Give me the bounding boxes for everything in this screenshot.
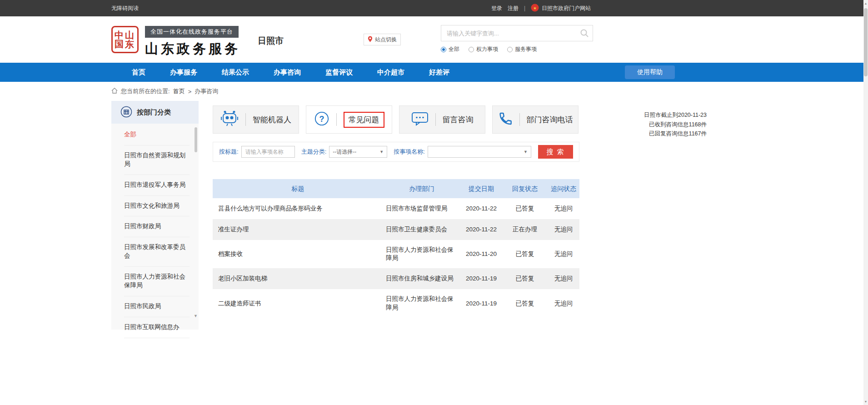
row-department: 日照市市场监督管理局 (383, 199, 460, 219)
seal-text-top: 中国 (115, 30, 125, 49)
col-header-follow-status: 追问状态 (548, 185, 579, 193)
row-date: 2020-11-19 (460, 294, 502, 314)
row-follow-status: 无追问 (548, 269, 579, 289)
scroll-up-icon[interactable]: ▲ (863, 2, 868, 5)
tab-label-smart-robot: 智能机器人 (253, 115, 291, 125)
portal-link[interactable]: ★ 日照市政府门户网站 (531, 4, 591, 13)
row-title-link[interactable]: 老旧小区加装电梯 (213, 269, 383, 289)
phone-icon (498, 111, 513, 128)
portal-label: 日照市政府门户网站 (542, 5, 591, 12)
sidebar-title: 按部门分类 (111, 101, 199, 124)
row-title-link[interactable]: 二级建造师证书 (213, 294, 383, 314)
nav-item-consult[interactable]: 办事咨询 (261, 63, 313, 82)
sidebar-scroll-down-icon[interactable]: ▼ (194, 314, 198, 318)
main-nav: 首页 办事服务 结果公示 办事咨询 监督评议 中介超市 好差评 使用帮助 (0, 63, 868, 82)
scroll-down-icon[interactable]: ▼ (863, 400, 868, 403)
sidebar-scrollbar[interactable]: ▼ (195, 127, 197, 318)
item-name-select[interactable]: ▼ (428, 146, 531, 158)
tab-smart-robot[interactable]: 智能机器人 (213, 105, 299, 134)
site-logo[interactable]: 中国 山东 全国一体化在线政务服务平台 山东政务服务 (111, 26, 240, 58)
page-scrollbar-thumb[interactable] (864, 8, 868, 76)
row-follow-status: 无追问 (548, 199, 579, 219)
site-header: 中国 山东 全国一体化在线政务服务平台 山东政务服务 日照市 站点切换 全部 (0, 16, 868, 63)
radio-selected-icon (441, 47, 446, 52)
accessibility-link[interactable]: 无障碍阅读 (111, 5, 139, 12)
chevron-down-icon: ▼ (524, 150, 528, 154)
login-link[interactable]: 登录 (491, 5, 502, 12)
table-row[interactable]: 档案接收 日照市人力资源和社会保障局 2020-11-20 已答复 无追问 (213, 240, 579, 268)
row-date: 2020-11-20 (460, 244, 502, 264)
table-header-row: 标题 办理部门 提交日期 回复状态 追问状态 (213, 179, 579, 198)
sidebar-item-development-reform[interactable]: 日照市发展和改革委员会 (124, 237, 190, 267)
search-box (441, 25, 593, 41)
sidebar-item-all[interactable]: 全部 (124, 125, 190, 145)
row-follow-status: 无追问 (548, 294, 579, 314)
col-header-reply-status: 回复状态 (502, 185, 548, 193)
help-button[interactable]: 使用帮助 (625, 65, 675, 79)
scope-radio-all[interactable]: 全部 (441, 45, 459, 53)
row-title-link[interactable]: 莒县什么地方可以办理商品条形码业务 (213, 199, 383, 219)
table-row[interactable]: 准生证办理 日照市卫生健康委员会 2020-11-22 正在办理 无追问 (213, 219, 579, 240)
search-button[interactable]: 搜 索 (538, 145, 573, 159)
question-icon: ? (314, 111, 329, 128)
main-content: 智能机器人 ? 常见问题 留言咨询 (213, 101, 579, 330)
category-select[interactable]: --请选择-- ▼ (329, 146, 387, 158)
filter-item-label: 按事项名称: (394, 148, 425, 156)
search-icon[interactable] (576, 25, 593, 41)
sidebar-item-natural-resources[interactable]: 日照市自然资源和规划局 (124, 145, 190, 175)
register-link[interactable]: 注册 (508, 5, 519, 12)
tab-message-consult[interactable]: 留言咨询 (399, 105, 485, 134)
consult-table: 标题 办理部门 提交日期 回复状态 追问状态 莒县什么地方可以办理商品条形码业务… (213, 179, 579, 318)
nav-item-supervision[interactable]: 监督评议 (313, 63, 365, 82)
table-row[interactable]: 老旧小区加装电梯 日照市住房和城乡建设局 2020-11-19 已答复 无追问 (213, 268, 579, 289)
sidebar-scrollbar-thumb[interactable] (195, 127, 197, 152)
platform-badge: 全国一体化在线政务服务平台 (145, 26, 239, 38)
row-date: 2020-11-22 (460, 220, 502, 240)
sidebar-item-human-resources[interactable]: 日照市人力资源和社会保障局 (124, 267, 190, 296)
scope-radio-power[interactable]: 权力事项 (469, 45, 498, 53)
home-icon (111, 88, 118, 95)
consult-stats: 日照市截止到2020-11-23 已收到咨询信息1168件 已回复咨询信息116… (634, 110, 707, 139)
stats-line-replied: 已回复咨询信息1167件 (634, 129, 707, 139)
breadcrumb-home[interactable]: 首页 (173, 87, 185, 95)
row-department: 日照市人力资源和社会保障局 (383, 289, 460, 317)
nav-item-home[interactable]: 首页 (120, 63, 158, 82)
table-row[interactable]: 莒县什么地方可以办理商品条形码业务 日照市市场监督管理局 2020-11-22 … (213, 198, 579, 219)
breadcrumb-separator: > (188, 88, 192, 95)
nav-item-services[interactable]: 办事服务 (158, 63, 210, 82)
row-reply-status: 已答复 (502, 244, 548, 264)
nav-item-agency[interactable]: 中介超市 (365, 63, 417, 82)
scope-radio-service[interactable]: 服务事项 (507, 45, 537, 53)
page-scrollbar[interactable]: ▲ ▼ (863, 0, 868, 405)
filter-bar: 按标题: 主题分类: --请选择-- ▼ 按事项名称: ▼ 搜 索 (213, 142, 579, 162)
row-reply-status: 正在办理 (502, 220, 548, 240)
sidebar-item-finance[interactable]: 日照市财政局 (124, 216, 190, 237)
sidebar-item-culture-tourism[interactable]: 日照市文化和旅游局 (124, 196, 190, 217)
row-title-link[interactable]: 准生证办理 (213, 220, 383, 240)
search-input[interactable] (441, 30, 576, 37)
title-search-input[interactable] (241, 146, 295, 158)
tab-faq[interactable]: ? 常见问题 (306, 105, 392, 134)
nav-item-rating[interactable]: 好差评 (417, 63, 462, 82)
tab-divider (519, 113, 520, 126)
filter-category-label: 主题分类: (301, 148, 327, 156)
radio-unselected-icon (507, 47, 513, 52)
department-category-icon (120, 106, 132, 119)
tab-divider (245, 113, 246, 126)
row-follow-status: 无追问 (548, 244, 579, 264)
col-header-title: 标题 (213, 185, 383, 193)
sidebar-item-civil-affairs[interactable]: 日照市民政局 (124, 296, 190, 317)
nav-item-results[interactable]: 结果公示 (210, 63, 261, 82)
sidebar-item-veterans[interactable]: 日照市退役军人事务局 (124, 175, 190, 196)
brand-name: 山东政务服务 (145, 40, 240, 58)
breadcrumb-prefix: 您当前所在的位置: (121, 87, 170, 95)
sidebar-item-internet-info[interactable]: 日照市互联网信息办 (124, 317, 190, 338)
message-icon (411, 111, 429, 128)
tab-phone-consult[interactable]: 部门咨询电话 (492, 105, 579, 134)
row-title-link[interactable]: 档案接收 (213, 244, 383, 264)
tab-label-faq: 常见问题 (344, 112, 384, 128)
site-switch-button[interactable]: 站点切换 (364, 34, 401, 45)
row-reply-status: 已答复 (502, 294, 548, 314)
table-row[interactable]: 二级建造师证书 日照市人力资源和社会保障局 2020-11-19 已答复 无追问 (213, 289, 579, 317)
col-header-date: 提交日期 (460, 185, 502, 193)
